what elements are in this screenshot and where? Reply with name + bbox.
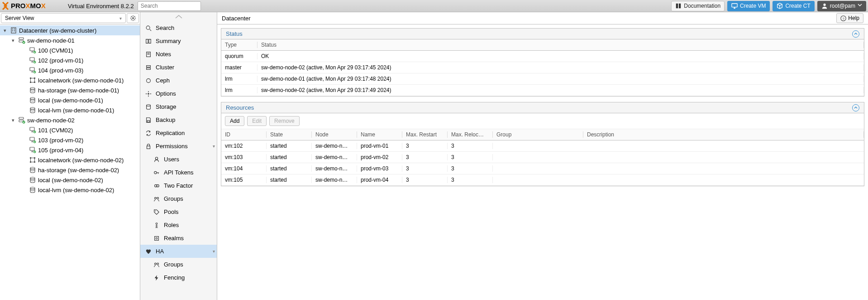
menu-item-fencing[interactable]: Fencing: [140, 271, 217, 284]
menu-item-label: Two Factor: [164, 182, 193, 189]
menu-item-options[interactable]: Options: [140, 87, 217, 100]
tree-node[interactable]: ▾sw-demo-node-01: [0, 35, 140, 45]
tree-node[interactable]: 100 (CVM01): [0, 45, 140, 55]
menu-item-users[interactable]: Users: [140, 153, 217, 166]
tree-node[interactable]: local (sw-demo-node-02): [0, 175, 140, 185]
collapse-icon[interactable]: [852, 30, 859, 38]
status-row[interactable]: quorumOK: [221, 51, 864, 62]
menu-item-search[interactable]: Search: [140, 21, 217, 34]
edit-button[interactable]: Edit: [247, 116, 267, 126]
col-type[interactable]: Type: [221, 42, 258, 48]
tree-node[interactable]: localnetwork (sw-demo-node-02): [0, 155, 140, 165]
col-state[interactable]: State: [267, 131, 312, 138]
resource-row[interactable]: vm:104startedsw-demo-n…prod-vm-0333: [221, 163, 864, 174]
monitor-ok-icon: [29, 67, 36, 74]
building-icon: [10, 27, 17, 34]
create-ct-button[interactable]: Create CT: [773, 1, 814, 11]
svg-line-9: [131, 16, 132, 17]
documentation-button[interactable]: Documentation: [671, 1, 725, 11]
menu-item-cluster[interactable]: Cluster: [140, 61, 217, 74]
svg-point-69: [147, 78, 151, 82]
tree-node[interactable]: ha-storage (sw-demo-node-01): [0, 85, 140, 95]
svg-point-58: [30, 177, 35, 179]
menu-item-pools[interactable]: Pools: [140, 205, 217, 218]
col-node[interactable]: Node: [312, 131, 357, 138]
resource-row[interactable]: vm:105startedsw-demo-n…prod-vm-0433: [221, 174, 864, 186]
menu-item-label: Permissions: [156, 143, 188, 150]
tree-node[interactable]: local-lvm (sw-demo-node-02): [0, 185, 140, 195]
help-button[interactable]: ? Help: [836, 13, 863, 23]
menu-item-groups[interactable]: Groups: [140, 258, 217, 271]
expand-toggle-icon[interactable]: ▾: [10, 38, 16, 44]
menu-item-storage[interactable]: Storage: [140, 100, 217, 113]
status-row[interactable]: lrmsw-demo-node-01 (active, Mon Apr 29 0…: [221, 73, 864, 85]
svg-rect-76: [147, 120, 149, 122]
create-vm-button[interactable]: Create VM: [727, 1, 770, 11]
svg-point-4: [132, 17, 134, 19]
menu-item-roles[interactable]: Roles: [140, 218, 217, 232]
menu-item-notes[interactable]: Notes: [140, 48, 217, 61]
tree-node[interactable]: ▾sw-demo-node-02: [0, 115, 140, 125]
cluster-icon: [145, 64, 152, 71]
collapse-icon[interactable]: [852, 104, 859, 111]
svg-point-57: [30, 169, 35, 171]
server-ok-icon: [18, 116, 25, 124]
tree-node[interactable]: local-lvm (sw-demo-node-01): [0, 105, 140, 115]
tree-node-label: 104 (prod-vm-03): [38, 67, 83, 74]
menu-item-ceph[interactable]: Ceph: [140, 74, 217, 87]
view-selector[interactable]: Server View ▾: [1, 13, 126, 23]
tree-node-label: localnetwork (sw-demo-node-02): [38, 157, 124, 164]
tree-node-label: local-lvm (sw-demo-node-01): [38, 107, 114, 114]
svg-rect-67: [147, 65, 151, 67]
menu-item-ha[interactable]: HA▾: [140, 245, 217, 258]
svg-rect-18: [19, 38, 24, 39]
tree-settings-button[interactable]: [127, 13, 139, 23]
resource-row[interactable]: vm:102startedsw-demo-n…prod-vm-0133: [221, 140, 864, 152]
menu-item-groups[interactable]: Groups: [140, 192, 217, 205]
col-desc[interactable]: Description: [583, 131, 864, 138]
tree-node[interactable]: ▾Datacenter (sw-demo-cluster): [0, 25, 140, 35]
menu-item-backup[interactable]: Backup: [140, 113, 217, 126]
col-status[interactable]: Status: [258, 42, 864, 48]
col-maxreloc[interactable]: Max. Reloc…: [448, 131, 493, 138]
remove-button[interactable]: Remove: [269, 116, 300, 126]
menu-item-api-tokens[interactable]: API Tokens: [140, 166, 217, 179]
tree-node[interactable]: local (sw-demo-node-01): [0, 95, 140, 105]
tree-node[interactable]: 101 (CVM02): [0, 125, 140, 135]
tree-node[interactable]: ha-storage (sw-demo-node-02): [0, 165, 140, 175]
gear-icon: [130, 15, 136, 21]
status-row[interactable]: lrmsw-demo-node-02 (active, Mon Apr 29 0…: [221, 85, 864, 96]
menu-item-realms[interactable]: Realms: [140, 232, 217, 245]
menu-item-replication[interactable]: Replication: [140, 126, 217, 140]
tree-node[interactable]: 103 (prod-vm-02): [0, 135, 140, 145]
col-group[interactable]: Group: [493, 131, 583, 138]
expand-toggle-icon[interactable]: ▾: [10, 117, 16, 123]
menu-item-label: Replication: [156, 130, 185, 136]
svg-point-59: [30, 179, 35, 181]
book-icon: [675, 3, 682, 9]
col-name[interactable]: Name: [357, 131, 402, 138]
tree-node[interactable]: 102 (prod-vm-01): [0, 55, 140, 65]
scroll-up-hint-icon[interactable]: [140, 12, 217, 21]
cube-icon: [777, 3, 783, 9]
menu-item-permissions[interactable]: Permissions▾: [140, 140, 217, 153]
cell-maxrestart: 3: [402, 177, 448, 183]
col-maxrestart[interactable]: Max. Restart: [402, 131, 448, 138]
tree-node[interactable]: localnetwork (sw-demo-node-01): [0, 75, 140, 85]
add-button[interactable]: Add: [225, 116, 244, 126]
svg-point-37: [30, 99, 35, 101]
svg-rect-40: [19, 117, 24, 119]
search-input[interactable]: [138, 1, 201, 11]
tree-node[interactable]: 105 (prod-vm-04): [0, 145, 140, 155]
cell-node: sw-demo-n…: [312, 143, 357, 149]
cell-state: started: [267, 165, 312, 172]
resource-row[interactable]: vm:103startedsw-demo-n…prod-vm-0233: [221, 152, 864, 163]
status-row[interactable]: mastersw-demo-node-02 (active, Mon Apr 2…: [221, 62, 864, 73]
menu-item-two-factor[interactable]: Two Factor: [140, 179, 217, 192]
user-menu-button[interactable]: root@pam: [817, 1, 866, 11]
menu-item-summary[interactable]: Summary: [140, 34, 217, 48]
expand-toggle-icon[interactable]: ▾: [2, 28, 8, 34]
tree-node[interactable]: 104 (prod-vm-03): [0, 65, 140, 75]
col-id[interactable]: ID: [221, 131, 267, 138]
tree-node-label: ha-storage (sw-demo-node-02): [38, 167, 119, 174]
